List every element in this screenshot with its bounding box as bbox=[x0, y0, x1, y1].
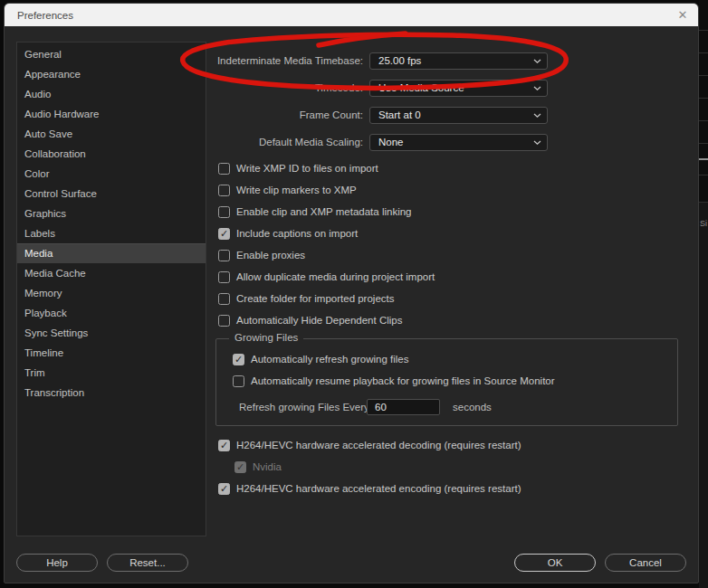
background-divider bbox=[699, 75, 708, 76]
chevron-down-icon bbox=[533, 113, 541, 119]
sidebar-item-labels[interactable]: Labels bbox=[17, 223, 206, 243]
background-divider bbox=[699, 98, 708, 99]
sidebar-item-color[interactable]: Color bbox=[17, 164, 206, 184]
checkbox-label: H264/HEVC hardware accelerated decoding … bbox=[236, 440, 521, 450]
background-panel: Si bbox=[699, 202, 708, 588]
check-icon: ✓ bbox=[236, 461, 244, 473]
sidebar-item-media-cache[interactable]: Media Cache bbox=[17, 263, 206, 283]
checkbox-label: H264/HEVC hardware accelerated encoding … bbox=[236, 483, 521, 494]
frame-count-select[interactable]: Start at 0 bbox=[369, 107, 548, 124]
ok-button[interactable]: OK bbox=[514, 554, 596, 572]
chevron-down-icon bbox=[533, 59, 541, 64]
close-icon[interactable]: ✕ bbox=[674, 5, 692, 24]
dialog-titlebar[interactable]: Preferences ✕ bbox=[5, 4, 698, 26]
check-icon: ✓ bbox=[220, 483, 228, 495]
checkbox-hw-accelerated-decoding[interactable]: ✓ H264/HEVC hardware accelerated decodin… bbox=[218, 436, 521, 454]
growing-files-group: Growing Files ✓ Automatically refresh gr… bbox=[215, 338, 678, 426]
timecode-value: Use Media Source bbox=[378, 82, 464, 93]
checkbox-box: ✓ bbox=[218, 315, 230, 327]
checkbox-hw-accelerated-encoding[interactable]: ✓ H264/HEVC hardware accelerated encodin… bbox=[218, 479, 521, 498]
growing-files-legend: Growing Files bbox=[229, 332, 303, 343]
checkbox-label: Write XMP ID to files on import bbox=[236, 163, 378, 174]
preferences-dialog: Preferences ✕ General Appearance Audio A… bbox=[4, 3, 699, 583]
cancel-button[interactable]: Cancel bbox=[605, 554, 686, 572]
help-button[interactable]: Help bbox=[16, 554, 98, 572]
checkbox-enable-clip-xmp-linking[interactable]: ✓ Enable clip and XMP metadata linking bbox=[218, 203, 412, 221]
background-divider bbox=[699, 175, 708, 175]
checkbox-box: ✓ bbox=[218, 206, 230, 218]
checkbox-label: Create folder for imported projects bbox=[236, 293, 395, 304]
default-media-scaling-label: Default Media Scaling: bbox=[32, 134, 363, 151]
background-divider bbox=[699, 143, 708, 144]
sidebar-item-media[interactable]: Media bbox=[17, 243, 206, 263]
checkbox-box: ✓ bbox=[233, 375, 244, 387]
checkbox-label: Automatically Hide Dependent Clips bbox=[236, 315, 402, 326]
indeterminate-media-timebase-value: 25.00 fps bbox=[378, 55, 421, 66]
chevron-down-icon bbox=[533, 86, 541, 91]
refresh-interval-input[interactable] bbox=[367, 399, 440, 415]
timecode-select[interactable]: Use Media Source bbox=[369, 80, 548, 97]
refresh-growing-files-label: Refresh growing Files Every bbox=[239, 399, 369, 415]
checkbox-auto-hide-dependent-clips[interactable]: ✓ Automatically Hide Dependent Clips bbox=[218, 311, 402, 329]
checkbox-label: Write clip markers to XMP bbox=[236, 185, 357, 195]
check-icon: ✓ bbox=[234, 354, 243, 365]
background-truncated-label: Si bbox=[700, 219, 708, 228]
reset-button[interactable]: Reset... bbox=[107, 554, 188, 572]
frame-count-value: Start at 0 bbox=[378, 109, 421, 120]
screen: Si Preferences ✕ General Appearance Audi… bbox=[0, 0, 708, 588]
checkbox-box: ✓ bbox=[218, 271, 230, 283]
sidebar-item-sync-settings[interactable]: Sync Settings bbox=[17, 323, 206, 343]
checkbox-include-captions[interactable]: ✓ Include captions on import bbox=[218, 224, 358, 242]
checkbox-box: ✓ bbox=[218, 250, 230, 261]
frame-count-label: Frame Count: bbox=[32, 107, 363, 124]
chevron-down-icon bbox=[533, 140, 541, 146]
background-app-strip: Si bbox=[699, 0, 708, 588]
sidebar-item-timeline[interactable]: Timeline bbox=[17, 343, 206, 363]
check-icon: ✓ bbox=[220, 228, 228, 240]
sidebar-item-playback[interactable]: Playback bbox=[17, 303, 206, 323]
checkbox-allow-duplicate-media[interactable]: ✓ Allow duplicate media during project i… bbox=[218, 268, 435, 286]
refresh-interval-unit: seconds bbox=[453, 399, 492, 415]
indeterminate-media-timebase-label: Indeterminate Media Timebase: bbox=[32, 52, 363, 70]
background-divider bbox=[699, 52, 708, 53]
checkbox-box: ✓ bbox=[218, 483, 230, 495]
checkbox-enable-proxies[interactable]: ✓ Enable proxies bbox=[218, 246, 305, 264]
dialog-title: Preferences bbox=[17, 10, 73, 21]
indeterminate-media-timebase-select[interactable]: 25.00 fps bbox=[369, 52, 548, 70]
checkbox-box: ✓ bbox=[233, 354, 244, 365]
sidebar-item-control-surface[interactable]: Control Surface bbox=[17, 184, 206, 204]
checkbox-write-xmp-id[interactable]: ✓ Write XMP ID to files on import bbox=[218, 159, 378, 177]
checkbox-label: Enable proxies bbox=[236, 250, 305, 261]
background-divider bbox=[699, 30, 708, 31]
default-media-scaling-select[interactable]: None bbox=[369, 134, 548, 151]
checkbox-box: ✓ bbox=[234, 461, 246, 473]
checkbox-label: Automatically resume playback for growin… bbox=[251, 375, 555, 386]
timecode-label: Timecode: bbox=[32, 80, 363, 97]
background-divider bbox=[699, 120, 708, 121]
sidebar-item-trim[interactable]: Trim bbox=[17, 363, 206, 383]
checkbox-auto-refresh-growing-files[interactable]: ✓ Automatically refresh growing files bbox=[233, 350, 409, 368]
checkbox-box: ✓ bbox=[218, 185, 230, 196]
checkbox-label: Automatically refresh growing files bbox=[251, 354, 409, 365]
checkbox-label: Include captions on import bbox=[236, 228, 358, 239]
checkbox-box: ✓ bbox=[218, 163, 230, 175]
checkbox-write-clip-markers[interactable]: ✓ Write clip markers to XMP bbox=[218, 181, 357, 199]
checkbox-create-folder-imported[interactable]: ✓ Create folder for imported projects bbox=[218, 289, 395, 308]
sidebar-item-graphics[interactable]: Graphics bbox=[17, 204, 206, 223]
checkbox-label: Allow duplicate media during project imp… bbox=[236, 271, 435, 282]
checkbox-label: Nvidia bbox=[253, 461, 282, 472]
checkbox-auto-resume-playback[interactable]: ✓ Automatically resume playback for grow… bbox=[233, 372, 555, 390]
sidebar-item-transcription[interactable]: Transcription bbox=[17, 383, 206, 403]
checkbox-box: ✓ bbox=[218, 440, 230, 451]
checkbox-box: ✓ bbox=[218, 293, 230, 305]
checkbox-box: ✓ bbox=[218, 228, 230, 240]
checkbox-label: Enable clip and XMP metadata linking bbox=[236, 206, 412, 217]
checkbox-nvidia: ✓ Nvidia bbox=[234, 458, 282, 476]
sidebar-item-memory[interactable]: Memory bbox=[17, 283, 206, 303]
background-highlight-line bbox=[699, 158, 708, 160]
check-icon: ✓ bbox=[220, 440, 228, 451]
default-media-scaling-value: None bbox=[378, 137, 404, 147]
